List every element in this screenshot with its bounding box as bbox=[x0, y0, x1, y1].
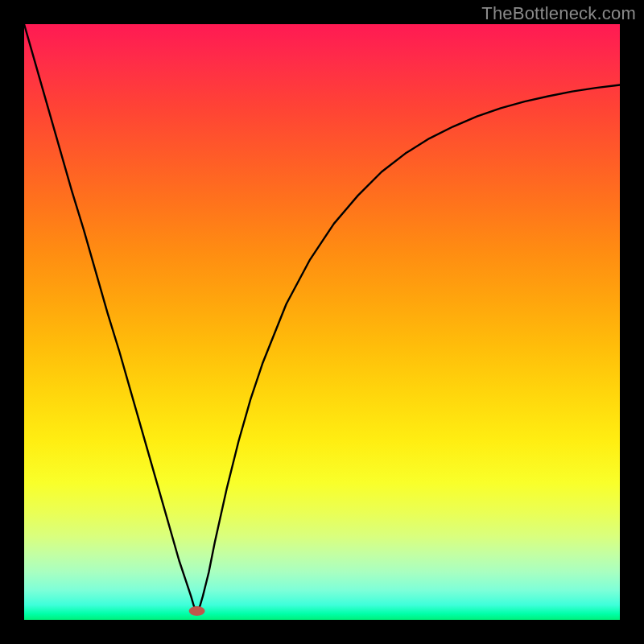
watermark-text: TheBottleneck.com bbox=[481, 3, 636, 24]
chart-frame: TheBottleneck.com bbox=[0, 0, 644, 644]
plot-area bbox=[24, 24, 620, 620]
min-marker bbox=[189, 606, 205, 616]
curve-layer bbox=[24, 24, 620, 620]
bottleneck-curve bbox=[24, 24, 620, 613]
